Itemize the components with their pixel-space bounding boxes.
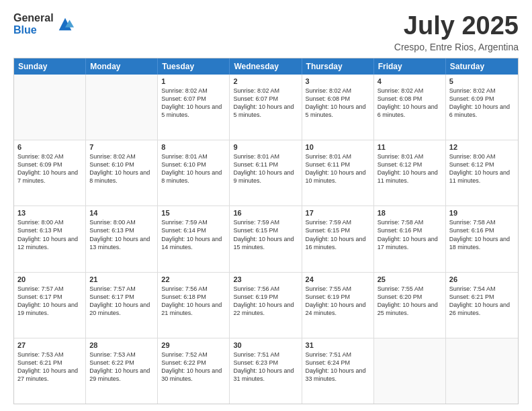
day-info-25: Sunrise: 7:55 AM Sunset: 6:20 PM Dayligh… xyxy=(378,285,442,318)
cell-23: 23Sunrise: 7:56 AM Sunset: 6:19 PM Dayli… xyxy=(230,273,302,338)
cell-27: 27Sunrise: 7:53 AM Sunset: 6:21 PM Dayli… xyxy=(14,338,86,404)
day-info-4: Sunrise: 8:02 AM Sunset: 6:08 PM Dayligh… xyxy=(378,87,442,120)
cell-14: 14Sunrise: 8:00 AM Sunset: 6:13 PM Dayli… xyxy=(86,206,158,271)
header-friday: Friday xyxy=(374,58,446,75)
day-number-30: 30 xyxy=(233,341,298,349)
cell-16: 16Sunrise: 7:59 AM Sunset: 6:15 PM Dayli… xyxy=(230,206,302,271)
day-info-19: Sunrise: 7:58 AM Sunset: 6:16 PM Dayligh… xyxy=(449,218,515,251)
day-info-29: Sunrise: 7:52 AM Sunset: 6:22 PM Dayligh… xyxy=(161,351,226,383)
header-thursday: Thursday xyxy=(302,58,374,75)
cell-22: 22Sunrise: 7:56 AM Sunset: 6:18 PM Dayli… xyxy=(158,273,230,338)
day-info-7: Sunrise: 8:02 AM Sunset: 6:10 PM Dayligh… xyxy=(89,152,154,185)
day-info-2: Sunrise: 8:02 AM Sunset: 6:07 PM Dayligh… xyxy=(233,87,298,120)
header-monday: Monday xyxy=(86,58,158,75)
cell-26: 26Sunrise: 7:54 AM Sunset: 6:21 PM Dayli… xyxy=(446,273,518,338)
day-number-25: 25 xyxy=(378,275,442,283)
day-info-14: Sunrise: 8:00 AM Sunset: 6:13 PM Dayligh… xyxy=(89,218,154,251)
day-info-30: Sunrise: 7:51 AM Sunset: 6:23 PM Dayligh… xyxy=(233,351,298,383)
cell-10: 10Sunrise: 8:01 AM Sunset: 6:11 PM Dayli… xyxy=(302,140,374,205)
cell-30: 30Sunrise: 7:51 AM Sunset: 6:23 PM Dayli… xyxy=(230,338,302,404)
day-info-8: Sunrise: 8:01 AM Sunset: 6:10 PM Dayligh… xyxy=(161,152,226,185)
day-number-2: 2 xyxy=(233,77,298,85)
day-number-27: 27 xyxy=(17,341,82,349)
day-number-23: 23 xyxy=(233,275,298,283)
calendar-row-1: 6Sunrise: 8:02 AM Sunset: 6:09 PM Daylig… xyxy=(14,140,518,205)
day-info-28: Sunrise: 7:53 AM Sunset: 6:22 PM Dayligh… xyxy=(89,351,154,383)
day-number-12: 12 xyxy=(449,143,515,151)
day-number-26: 26 xyxy=(449,275,515,283)
day-number-20: 20 xyxy=(17,275,82,283)
day-number-9: 9 xyxy=(233,143,298,151)
day-info-3: Sunrise: 8:02 AM Sunset: 6:08 PM Dayligh… xyxy=(306,87,370,120)
cell-19: 19Sunrise: 7:58 AM Sunset: 6:16 PM Dayli… xyxy=(446,206,518,271)
cell-9: 9Sunrise: 8:01 AM Sunset: 6:11 PM Daylig… xyxy=(230,140,302,205)
day-number-17: 17 xyxy=(306,209,370,217)
header-tuesday: Tuesday xyxy=(158,58,230,75)
logo-icon xyxy=(56,15,75,34)
header-sunday: Sunday xyxy=(14,58,86,75)
cell-3: 3Sunrise: 8:02 AM Sunset: 6:08 PM Daylig… xyxy=(302,75,374,140)
day-info-22: Sunrise: 7:56 AM Sunset: 6:18 PM Dayligh… xyxy=(161,285,226,318)
day-info-1: Sunrise: 8:02 AM Sunset: 6:07 PM Dayligh… xyxy=(161,87,226,120)
day-number-18: 18 xyxy=(378,209,442,217)
title-block: July 2025 Crespo, Entre Rios, Argentina xyxy=(394,12,519,52)
day-number-14: 14 xyxy=(89,209,154,217)
calendar-row-2: 13Sunrise: 8:00 AM Sunset: 6:13 PM Dayli… xyxy=(14,205,518,271)
cell-7: 7Sunrise: 8:02 AM Sunset: 6:10 PM Daylig… xyxy=(86,140,158,205)
day-number-13: 13 xyxy=(17,209,82,217)
cell-29: 29Sunrise: 7:52 AM Sunset: 6:22 PM Dayli… xyxy=(158,338,230,404)
day-info-27: Sunrise: 7:53 AM Sunset: 6:21 PM Dayligh… xyxy=(17,351,82,383)
day-number-5: 5 xyxy=(449,77,515,85)
day-number-15: 15 xyxy=(161,209,226,217)
header-saturday: Saturday xyxy=(446,58,518,75)
cell-6: 6Sunrise: 8:02 AM Sunset: 6:09 PM Daylig… xyxy=(14,140,86,205)
day-number-7: 7 xyxy=(89,143,154,151)
cell-25: 25Sunrise: 7:55 AM Sunset: 6:20 PM Dayli… xyxy=(374,273,446,338)
day-info-17: Sunrise: 7:59 AM Sunset: 6:15 PM Dayligh… xyxy=(306,218,370,251)
day-info-26: Sunrise: 7:54 AM Sunset: 6:21 PM Dayligh… xyxy=(449,285,515,318)
cell-21: 21Sunrise: 7:57 AM Sunset: 6:17 PM Dayli… xyxy=(86,273,158,338)
day-number-16: 16 xyxy=(233,209,298,217)
cell-1: 1Sunrise: 8:02 AM Sunset: 6:07 PM Daylig… xyxy=(158,75,230,140)
day-number-24: 24 xyxy=(306,275,370,283)
day-number-8: 8 xyxy=(161,143,226,151)
logo: General Blue xyxy=(13,12,75,36)
day-number-10: 10 xyxy=(306,143,370,151)
cell-empty-4-6 xyxy=(446,338,518,404)
day-info-12: Sunrise: 8:00 AM Sunset: 6:12 PM Dayligh… xyxy=(449,152,515,185)
header-wednesday: Wednesday xyxy=(230,58,302,75)
logo-general: General xyxy=(13,12,54,24)
cell-8: 8Sunrise: 8:01 AM Sunset: 6:10 PM Daylig… xyxy=(158,140,230,205)
day-number-29: 29 xyxy=(161,341,226,349)
header: General Blue July 2025 Crespo, Entre Rio… xyxy=(13,12,519,52)
day-number-3: 3 xyxy=(306,77,370,85)
day-number-28: 28 xyxy=(89,341,154,349)
cell-12: 12Sunrise: 8:00 AM Sunset: 6:12 PM Dayli… xyxy=(446,140,518,205)
cell-4: 4Sunrise: 8:02 AM Sunset: 6:08 PM Daylig… xyxy=(374,75,446,140)
location: Crespo, Entre Rios, Argentina xyxy=(394,42,519,52)
cell-13: 13Sunrise: 8:00 AM Sunset: 6:13 PM Dayli… xyxy=(14,206,86,271)
page: General Blue July 2025 Crespo, Entre Rio… xyxy=(0,0,532,411)
day-info-20: Sunrise: 7:57 AM Sunset: 6:17 PM Dayligh… xyxy=(17,285,82,318)
day-number-21: 21 xyxy=(89,275,154,283)
cell-17: 17Sunrise: 7:59 AM Sunset: 6:15 PM Dayli… xyxy=(302,206,374,271)
logo-blue: Blue xyxy=(13,24,37,36)
day-info-18: Sunrise: 7:58 AM Sunset: 6:16 PM Dayligh… xyxy=(378,218,442,251)
day-info-6: Sunrise: 8:02 AM Sunset: 6:09 PM Dayligh… xyxy=(17,152,82,185)
cell-empty-0-1 xyxy=(86,75,158,140)
calendar: Sunday Monday Tuesday Wednesday Thursday… xyxy=(13,58,519,404)
day-number-22: 22 xyxy=(161,275,226,283)
cell-24: 24Sunrise: 7:55 AM Sunset: 6:19 PM Dayli… xyxy=(302,273,374,338)
day-info-5: Sunrise: 8:02 AM Sunset: 6:09 PM Dayligh… xyxy=(449,87,515,120)
month-year: July 2025 xyxy=(394,12,519,40)
day-info-21: Sunrise: 7:57 AM Sunset: 6:17 PM Dayligh… xyxy=(89,285,154,318)
calendar-row-0: 1Sunrise: 8:02 AM Sunset: 6:07 PM Daylig… xyxy=(14,75,518,140)
cell-28: 28Sunrise: 7:53 AM Sunset: 6:22 PM Dayli… xyxy=(86,338,158,404)
day-info-15: Sunrise: 7:59 AM Sunset: 6:14 PM Dayligh… xyxy=(161,218,226,251)
day-info-31: Sunrise: 7:51 AM Sunset: 6:24 PM Dayligh… xyxy=(306,351,370,383)
day-number-19: 19 xyxy=(449,209,515,217)
cell-empty-4-5 xyxy=(374,338,446,404)
calendar-body: 1Sunrise: 8:02 AM Sunset: 6:07 PM Daylig… xyxy=(14,75,518,404)
cell-18: 18Sunrise: 7:58 AM Sunset: 6:16 PM Dayli… xyxy=(374,206,446,271)
cell-5: 5Sunrise: 8:02 AM Sunset: 6:09 PM Daylig… xyxy=(446,75,518,140)
